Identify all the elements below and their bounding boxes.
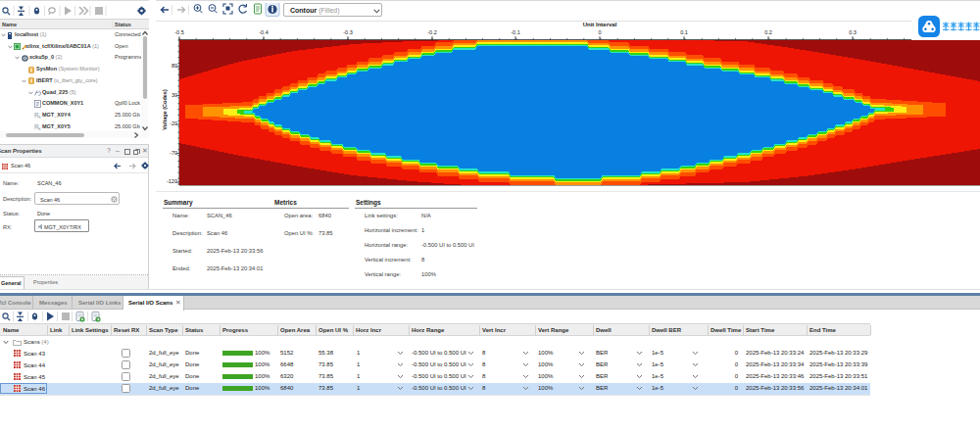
svg-text:s: s: [38, 115, 41, 119]
svg-text:s: s: [38, 126, 41, 130]
